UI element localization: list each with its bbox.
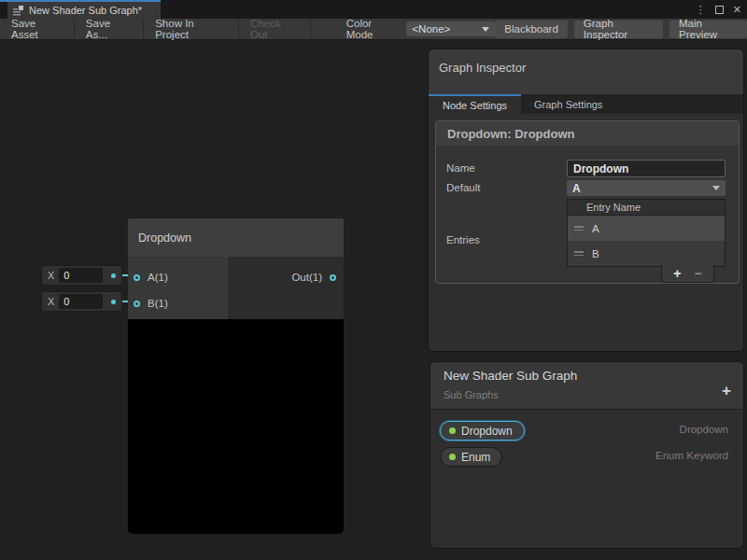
- dropdown-settings-section: Dropdown: Dropdown Name Dropdown Default…: [435, 120, 740, 284]
- entries-label: Entries: [446, 234, 480, 245]
- blackboard-header[interactable]: New Shader Sub Graph Sub Graphs +: [430, 362, 743, 410]
- input-port-b[interactable]: [134, 301, 140, 307]
- slot-input-b-value-field[interactable]: 0: [59, 294, 103, 309]
- default-label: Default: [446, 182, 480, 193]
- dropdown-property-type: Dropdown: [680, 424, 728, 435]
- entries-list-footer: + −: [661, 265, 714, 283]
- node-preview-area: [128, 319, 344, 534]
- main-preview-toggle-button[interactable]: Main Preview: [669, 21, 747, 38]
- input-port-b-label: B(1): [148, 298, 168, 309]
- default-dropdown-value: A: [572, 182, 581, 195]
- graph-inspector-panel: Graph Inspector Node Settings Graph Sett…: [428, 49, 744, 352]
- output-port-out[interactable]: [330, 274, 336, 281]
- entry-row-b-name: B: [592, 248, 599, 259]
- enum-property-pill[interactable]: Enum: [440, 447, 502, 467]
- color-mode-label: Color Mode: [339, 19, 407, 39]
- graph-toolbar: Save Asset Save As... Show In Project Ch…: [0, 19, 747, 40]
- save-as-button[interactable]: Save As...: [75, 19, 144, 39]
- slot-input-b-axis-label: X: [48, 296, 54, 307]
- slot-input-a-axis-label: X: [48, 270, 54, 281]
- enum-property-type: Enum Keyword: [655, 450, 728, 461]
- entry-row-a[interactable]: A: [568, 216, 725, 241]
- slot-input-b-connector-dot: [111, 300, 116, 304]
- window-title-bar: New Shader Sub Graph* ⋮ ✕: [0, 0, 747, 19]
- tab-graph-settings[interactable]: Graph Settings: [521, 94, 615, 114]
- entry-row-b[interactable]: B: [568, 241, 725, 266]
- graph-inspector-title: Graph Inspector: [439, 61, 526, 75]
- slot-input-a-widget[interactable]: X 0: [41, 265, 122, 286]
- keyword-dot-icon: [449, 454, 456, 460]
- input-port-a[interactable]: [134, 274, 140, 281]
- name-field[interactable]: Dropdown: [567, 160, 726, 177]
- node-output-column: Out(1): [228, 257, 344, 319]
- blackboard-row-enum: Enum Enum Keyword: [430, 447, 743, 469]
- window-menu-icon[interactable]: ⋮: [696, 0, 706, 19]
- blackboard-title: New Shader Sub Graph: [444, 369, 577, 383]
- slot-input-a-value-field[interactable]: 0: [59, 268, 103, 283]
- inspector-tab-bar: Node Settings Graph Settings: [429, 94, 743, 114]
- tab-node-settings[interactable]: Node Settings: [429, 94, 521, 114]
- inspector-content: Dropdown: Dropdown Name Dropdown Default…: [429, 114, 743, 352]
- chevron-down-icon: [712, 186, 720, 190]
- drag-handle-icon[interactable]: [574, 251, 584, 256]
- subgraph-icon: [12, 5, 24, 17]
- dropdown-node-title[interactable]: Dropdown: [128, 218, 344, 257]
- graph-inspector-toggle-button[interactable]: Graph Inspector: [574, 21, 663, 38]
- close-icon[interactable]: ✕: [733, 0, 741, 19]
- dropdown-node[interactable]: Dropdown A(1) B(1) Out(1): [128, 218, 344, 534]
- entries-table: Entry Name A B: [567, 199, 726, 267]
- chevron-down-icon: [482, 27, 489, 32]
- blackboard-subtitle: Sub Graphs: [444, 389, 499, 400]
- document-tab[interactable]: New Shader Sub Graph*: [7, 2, 161, 19]
- check-out-button: Check Out: [239, 19, 311, 39]
- show-in-project-button[interactable]: Show In Project: [144, 19, 239, 39]
- blackboard-panel: New Shader Sub Graph Sub Graphs + Dropdo…: [430, 361, 744, 549]
- input-port-a-label: A(1): [148, 272, 168, 283]
- graph-inspector-header[interactable]: Graph Inspector: [429, 49, 743, 94]
- enum-property-label: Enum: [461, 451, 490, 464]
- color-mode-dropdown[interactable]: <None>: [406, 21, 495, 36]
- dropdown-property-label: Dropdown: [461, 425, 513, 438]
- node-input-column: A(1) B(1): [128, 257, 228, 319]
- default-dropdown[interactable]: A: [567, 180, 726, 196]
- add-property-button[interactable]: +: [722, 383, 731, 399]
- drag-handle-icon[interactable]: [574, 226, 584, 231]
- slot-input-a-connector-dot: [111, 273, 116, 278]
- save-asset-button[interactable]: Save Asset: [0, 19, 75, 39]
- keyword-dot-icon: [449, 427, 456, 434]
- maximize-icon[interactable]: [715, 6, 724, 14]
- slot-input-b-widget[interactable]: X 0: [41, 291, 122, 312]
- output-port-label: Out(1): [291, 272, 322, 283]
- section-title: Dropdown: Dropdown: [436, 121, 739, 146]
- blackboard-toggle-button[interactable]: Blackboard: [495, 21, 568, 38]
- add-entry-button[interactable]: +: [673, 267, 681, 280]
- name-label: Name: [446, 162, 475, 174]
- document-tab-title: New Shader Sub Graph*: [29, 5, 142, 16]
- entry-row-a-name: A: [592, 223, 599, 234]
- entries-table-header: Entry Name: [568, 200, 725, 216]
- dropdown-property-pill[interactable]: Dropdown: [440, 421, 525, 441]
- blackboard-row-dropdown: Dropdown Dropdown: [430, 421, 743, 443]
- color-mode-value: <None>: [412, 23, 450, 35]
- remove-entry-button[interactable]: −: [695, 267, 702, 280]
- dropdown-node-body: A(1) B(1) Out(1): [128, 257, 344, 319]
